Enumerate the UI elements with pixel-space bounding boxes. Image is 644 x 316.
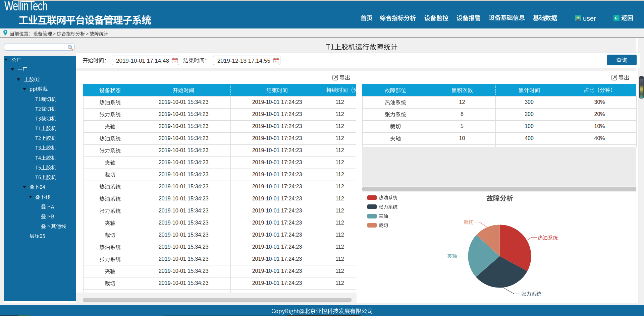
svg-text:17: 17	[174, 60, 176, 63]
svg-text:17: 17	[275, 60, 278, 63]
